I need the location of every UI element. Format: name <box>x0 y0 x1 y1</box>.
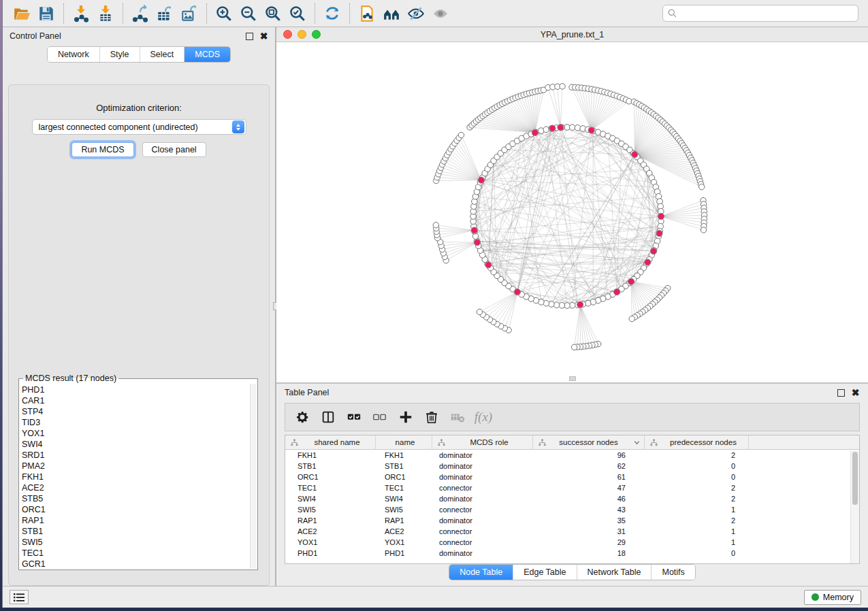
table-scrollbar[interactable] <box>850 450 859 563</box>
desktop-wallpaper: Control Panel ✖ Network Style Select MCD… <box>0 0 868 611</box>
result-item[interactable]: PHD1 <box>22 384 249 395</box>
table-row[interactable]: RAP1RAP1dominator352 <box>285 515 859 526</box>
hide-details-button[interactable] <box>404 2 428 25</box>
result-item[interactable]: ACE2 <box>22 482 249 493</box>
table-row[interactable]: YOX1YOX1connector291 <box>285 537 859 548</box>
result-item[interactable]: GCR1 <box>22 559 249 568</box>
export-table-icon <box>156 5 174 22</box>
run-mcds-button[interactable]: Run MCDS <box>71 142 133 157</box>
column-header-successor-nodes[interactable]: successor nodes <box>533 435 645 449</box>
show-column-panel-button[interactable] <box>317 406 340 429</box>
float-panel-icon[interactable] <box>246 33 253 40</box>
memory-button[interactable]: Memory <box>804 590 861 605</box>
save-session-button[interactable] <box>34 2 59 25</box>
column-header-shared-name[interactable]: shared name <box>285 435 376 449</box>
add-column-button[interactable] <box>394 406 417 429</box>
result-item[interactable]: YOX1 <box>22 428 249 439</box>
result-item[interactable]: TEC1 <box>22 548 249 559</box>
export-network-button[interactable] <box>128 2 152 25</box>
close-panel-icon[interactable]: ✖ <box>259 32 268 41</box>
cytoscape-window: Control Panel ✖ Network Style Select MCD… <box>2 0 868 608</box>
network-file-button[interactable] <box>355 2 379 25</box>
function-builder-button[interactable]: f(x) <box>472 406 495 429</box>
table-row[interactable]: ACE2ACE2connector311 <box>285 526 859 537</box>
table-row[interactable]: TEC1TEC1connector472 <box>285 482 859 493</box>
column-header-name[interactable]: name <box>376 435 432 449</box>
delete-table-icon <box>450 410 465 425</box>
result-item[interactable]: CAR1 <box>22 395 249 406</box>
refresh-layout-button[interactable] <box>320 2 344 25</box>
import-table-button[interactable] <box>93 2 118 25</box>
result-scrollbar[interactable] <box>250 384 257 569</box>
node-table: shared name name MCDS role successor nod… <box>285 435 860 564</box>
deselect-all-button[interactable] <box>368 406 391 429</box>
eye-icon <box>432 5 449 22</box>
result-item[interactable]: FKH1 <box>22 472 249 482</box>
delete-table-button[interactable] <box>446 406 469 429</box>
mcds-result-list[interactable]: PHD1 CAR1 STP4 TID3 YOX1 SWI4 SRD1 PMA2 … <box>22 384 249 568</box>
result-item[interactable]: SWI5 <box>22 537 249 548</box>
table-header-row: shared name name MCDS role successor nod… <box>285 435 859 450</box>
result-item[interactable]: ORC1 <box>22 504 249 515</box>
zoom-fit-button[interactable] <box>261 2 285 25</box>
open-file-button[interactable] <box>10 2 34 25</box>
mcds-panel: Optimization criterion: largest connecte… <box>8 84 270 586</box>
task-history-button[interactable] <box>10 590 29 604</box>
result-item[interactable]: STP4 <box>22 406 249 417</box>
result-item[interactable]: STB1 <box>22 526 249 537</box>
toolbar-separator <box>63 3 64 24</box>
export-image-button[interactable] <box>177 2 202 25</box>
attribute-icon <box>291 439 298 446</box>
column-header-predecessor-nodes[interactable]: predecessor nodes <box>645 435 749 449</box>
show-details-button[interactable] <box>428 2 453 25</box>
tab-network-table[interactable]: Network Table <box>577 565 652 580</box>
result-item[interactable]: SRD1 <box>22 450 249 461</box>
tab-mcds[interactable]: MCDS <box>184 47 230 62</box>
column-header-mcds-role[interactable]: MCDS role <box>432 435 533 449</box>
sort-chevron-icon <box>634 440 640 446</box>
result-item[interactable]: SWI4 <box>22 439 249 450</box>
zoom-out-button[interactable] <box>236 2 261 25</box>
gear-icon <box>295 410 310 425</box>
network-graph[interactable] <box>276 42 868 382</box>
table-row[interactable]: STB1STB1dominator620 <box>285 461 859 472</box>
table-row[interactable]: FKH1FKH1dominator962 <box>285 450 859 461</box>
table-settings-button[interactable] <box>291 406 314 429</box>
tab-style[interactable]: Style <box>99 47 140 62</box>
fx-icon: f(x) <box>475 410 492 425</box>
mcds-result-title: MCDS result (17 nodes) <box>23 374 118 383</box>
list-icon <box>14 593 25 602</box>
float-table-panel-icon[interactable] <box>837 389 845 397</box>
table-row[interactable]: SWI5SWI5connector431 <box>285 504 859 515</box>
tab-node-table[interactable]: Node Table <box>449 565 513 580</box>
binoculars-button[interactable] <box>379 2 404 25</box>
table-row[interactable]: PHD1PHD1dominator180 <box>285 548 859 559</box>
result-item[interactable]: RAP1 <box>22 515 249 526</box>
save-floppy-icon <box>37 5 55 22</box>
import-network-button[interactable] <box>69 2 93 25</box>
zoom-selected-button[interactable] <box>285 2 310 25</box>
delete-column-button[interactable] <box>420 406 443 429</box>
result-item[interactable]: PMA2 <box>22 461 249 472</box>
network-canvas[interactable] <box>276 42 868 382</box>
mcds-result-box: MCDS result (17 nodes) PHD1 CAR1 STP4 TI… <box>18 374 258 570</box>
status-bar: Memory <box>3 586 868 608</box>
result-item[interactable]: STB5 <box>22 493 249 504</box>
result-item[interactable]: TID3 <box>22 417 249 428</box>
table-row[interactable]: SWI4SWI4dominator462 <box>285 493 859 504</box>
table-row[interactable]: ORC1ORC1dominator610 <box>285 472 859 482</box>
tab-select[interactable]: Select <box>140 47 184 62</box>
criterion-dropdown[interactable]: largest connected component (undirected) <box>32 119 246 135</box>
close-table-panel-icon[interactable]: ✖ <box>851 389 860 397</box>
export-table-button[interactable] <box>152 2 177 25</box>
select-all-button[interactable] <box>342 406 366 429</box>
search-input[interactable] <box>677 7 854 20</box>
control-panel-title: Control Panel <box>10 31 61 41</box>
tab-edge-table[interactable]: Edge Table <box>513 565 576 580</box>
zoom-in-button[interactable] <box>212 2 236 25</box>
close-panel-button[interactable]: Close panel <box>142 142 206 157</box>
canvas-splitter-grip[interactable] <box>569 376 576 381</box>
tab-network[interactable]: Network <box>48 47 99 62</box>
table-scrollbar-thumb[interactable] <box>852 452 858 505</box>
tab-motifs[interactable]: Motifs <box>651 565 694 580</box>
